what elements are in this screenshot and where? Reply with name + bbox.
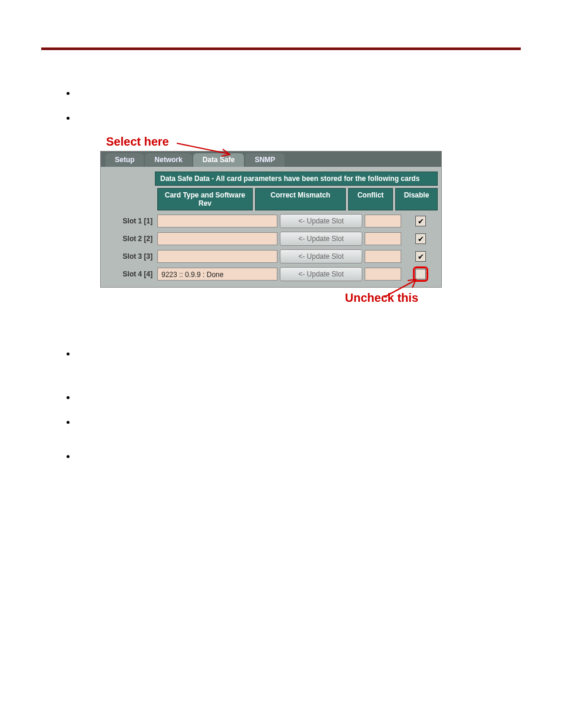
col-header-card-type: Card Type and Software Rev xyxy=(157,188,253,210)
table-row: Slot 1 [1] <- Update Slot ✔ xyxy=(104,214,438,228)
col-header-correct: Correct Mismatch xyxy=(255,188,346,210)
slot-label: Slot 3 [3] xyxy=(104,252,155,261)
annotation-select-here: Select here xyxy=(106,135,521,149)
update-slot-button[interactable]: <- Update Slot xyxy=(280,267,362,281)
slot-label: Slot 2 [2] xyxy=(104,235,155,243)
slot-label: Slot 4 [4] xyxy=(104,270,155,278)
conflict-field xyxy=(365,215,401,228)
svg-line-0 xyxy=(177,143,229,154)
disable-checkbox[interactable]: ✔ xyxy=(415,251,426,262)
svg-line-1 xyxy=(384,281,415,297)
tab-snmp[interactable]: SNMP xyxy=(245,153,285,167)
data-safe-panel: Data Safe Data - All card parameters hav… xyxy=(101,167,441,287)
annotation-uncheck-this: Uncheck this xyxy=(100,291,418,305)
bullet-item xyxy=(77,390,489,400)
bullet-item xyxy=(77,110,489,121)
bullet-list-top xyxy=(77,85,521,121)
update-slot-button[interactable]: <- Update Slot xyxy=(280,249,362,263)
header-rule xyxy=(41,47,521,50)
conflict-field xyxy=(365,250,401,263)
disable-checkbox[interactable]: ✔ xyxy=(415,233,426,244)
panel-banner: Data Safe Data - All card parameters hav… xyxy=(155,172,438,186)
table-row: Slot 3 [3] <- Update Slot ✔ xyxy=(104,249,438,263)
annotation-arrow-icon xyxy=(384,277,425,301)
card-type-field xyxy=(157,232,277,245)
tab-setup[interactable]: Setup xyxy=(105,153,144,167)
bullet-item xyxy=(77,449,489,459)
update-slot-button[interactable]: <- Update Slot xyxy=(280,232,362,246)
slot-label: Slot 1 [1] xyxy=(104,217,155,225)
tab-bar: Setup Network Data Safe SNMP xyxy=(101,151,441,167)
disable-checkbox[interactable]: ✔ xyxy=(415,216,426,226)
card-type-field xyxy=(157,250,277,263)
bullet-item xyxy=(77,346,489,375)
card-type-field xyxy=(157,215,277,228)
config-window: Setup Network Data Safe SNMP Data Safe D… xyxy=(100,151,442,288)
table-row: Slot 2 [2] <- Update Slot ✔ xyxy=(104,232,438,246)
update-slot-button[interactable]: <- Update Slot xyxy=(280,214,362,228)
bullet-list-bottom xyxy=(77,346,521,459)
annotation-arrow-icon xyxy=(177,140,242,157)
col-header-conflict: Conflict xyxy=(348,188,393,210)
screenshot-region: Setup Network Data Safe SNMP Data Safe D… xyxy=(100,151,442,305)
conflict-field xyxy=(365,232,401,245)
annotation-text: Select here xyxy=(106,135,169,148)
col-header-disable: Disable xyxy=(395,188,438,210)
table-header-row: Card Type and Software Rev Correct Misma… xyxy=(104,188,438,210)
card-type-field: 9223 :: 0.9.9 : Done xyxy=(157,268,277,281)
bullet-item xyxy=(77,85,489,96)
bullet-item xyxy=(77,414,489,434)
